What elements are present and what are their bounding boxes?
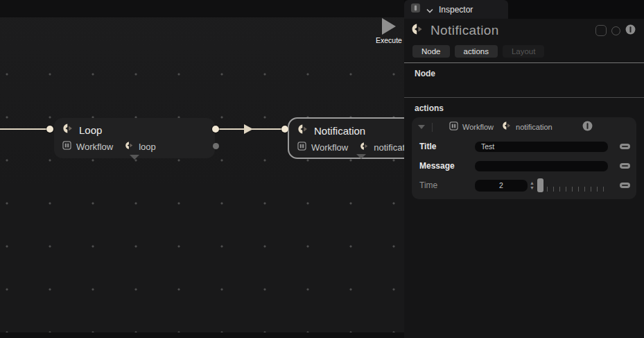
actions-card-header: Workflow notification xyxy=(412,117,636,137)
workflow-grid-icon xyxy=(297,141,306,153)
op-diamond-icon xyxy=(360,141,369,153)
canvas-top-bar xyxy=(0,0,404,17)
bypass-toggle-icon[interactable] xyxy=(625,24,636,37)
loop-secondary-output-port[interactable] xyxy=(213,143,219,149)
field-label-title: Title xyxy=(419,142,475,151)
panel-icon xyxy=(410,3,421,16)
inspector-tabs: Node actions Layout xyxy=(412,45,644,58)
play-icon xyxy=(382,18,396,35)
collapse-chevron-icon[interactable] xyxy=(130,155,139,160)
wire-incoming xyxy=(0,128,47,130)
workflow-grid-icon xyxy=(449,121,458,133)
field-row-title: Title xyxy=(412,137,636,156)
node-title: Loop xyxy=(79,124,102,136)
node-category-label: Workflow xyxy=(76,142,113,152)
op-diamond-icon xyxy=(125,140,134,153)
execute-label: Execute xyxy=(368,36,410,44)
title-input[interactable] xyxy=(475,142,608,152)
canvas-bottom-bar xyxy=(0,332,404,338)
binding-socket-icon[interactable] xyxy=(620,144,630,149)
binding-socket-icon[interactable] xyxy=(620,163,630,169)
tab-actions[interactable]: actions xyxy=(455,45,498,58)
stepper-down-icon[interactable]: ▼ xyxy=(530,185,534,190)
op-diamond-icon xyxy=(62,123,73,137)
actions-card: Workflow notification Title Message Time xyxy=(412,117,636,199)
stepper-up-icon[interactable]: ▲ xyxy=(530,180,534,185)
node-title: Notification xyxy=(314,125,365,137)
inspector-panel: Inspector Notification Node actions Layo… xyxy=(404,0,644,338)
op-diamond-icon xyxy=(502,121,512,133)
time-stepper[interactable]: ▲ ▼ xyxy=(530,180,534,190)
node-loop-subtitle: Workflow loop xyxy=(54,138,215,155)
inspector-tab-label: Inspector xyxy=(439,5,473,15)
tab-layout[interactable]: Layout xyxy=(503,45,545,58)
section-node-header: Node xyxy=(404,63,644,78)
workflow-grid-icon xyxy=(62,140,71,153)
node-op-label: loop xyxy=(139,142,156,152)
card-op-label: notification xyxy=(516,123,552,131)
op-diamond-icon xyxy=(411,23,424,38)
bypass-toggle-icon[interactable] xyxy=(582,121,593,134)
inspector-panel-tab[interactable]: Inspector xyxy=(404,0,508,19)
section-actions-header: actions xyxy=(404,98,644,113)
loop-input-port[interactable] xyxy=(46,126,53,133)
inspector-tabstrip: Inspector xyxy=(404,0,644,19)
message-input[interactable] xyxy=(475,161,608,171)
field-row-time: Time ▲ ▼ xyxy=(412,176,636,195)
collapse-triangle-icon[interactable] xyxy=(418,125,425,129)
loop-output-port[interactable] xyxy=(212,126,219,133)
field-label-time: Time xyxy=(419,180,475,190)
notification-input-port[interactable] xyxy=(281,126,288,133)
node-category-label: Workflow xyxy=(311,142,348,153)
tab-node[interactable]: Node xyxy=(412,45,450,58)
field-row-message: Message xyxy=(412,156,636,176)
inspector-title: Notification xyxy=(430,23,499,38)
node-loop[interactable]: Loop Workflow loop xyxy=(54,118,215,158)
binding-socket-icon[interactable] xyxy=(620,183,630,188)
time-input[interactable] xyxy=(475,180,528,192)
op-diamond-icon xyxy=(297,124,308,137)
execute-button[interactable]: Execute xyxy=(368,18,410,44)
slider-ticks xyxy=(547,187,604,192)
field-label-message: Message xyxy=(419,161,475,171)
collapse-chevron-icon[interactable] xyxy=(356,154,366,159)
divider xyxy=(432,123,433,132)
circle-toggle-icon[interactable] xyxy=(611,26,620,35)
card-category-label: Workflow xyxy=(462,123,494,131)
node-loop-header[interactable]: Loop xyxy=(54,121,215,138)
wire-arrow-icon xyxy=(244,124,253,134)
grid-dots xyxy=(0,56,404,335)
time-slider-track[interactable] xyxy=(547,179,605,192)
time-slider-handle[interactable] xyxy=(537,178,543,192)
inspector-header: Notification xyxy=(404,19,644,40)
chevron-down-icon[interactable] xyxy=(426,3,433,16)
maximize-toggle-icon[interactable] xyxy=(595,25,607,36)
